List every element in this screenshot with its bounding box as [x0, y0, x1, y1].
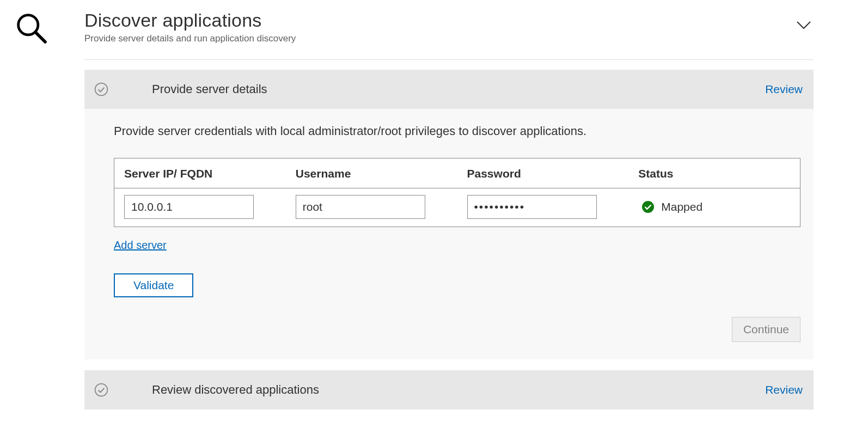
validate-button[interactable]: Validate [114, 273, 193, 297]
divider [84, 59, 814, 60]
password-input[interactable] [467, 195, 597, 219]
section-header-provide: Provide server details Review [84, 70, 814, 109]
table-row: Mapped [114, 188, 800, 227]
svg-line-1 [36, 33, 46, 42]
add-server-link[interactable]: Add server [114, 239, 167, 252]
status-text: Mapped [661, 200, 702, 213]
main-content: Discover applications Provide server det… [84, 10, 868, 410]
success-check-icon [641, 200, 655, 213]
column-header-password: Password [457, 158, 629, 188]
section-body-provide: Provide server credentials with local ad… [84, 109, 814, 359]
review-link-provide[interactable]: Review [765, 83, 803, 96]
svg-point-4 [95, 384, 108, 396]
section-title-provide: Provide server details [152, 82, 765, 96]
server-table: Server IP/ FQDN Username Password Status [114, 158, 800, 227]
search-icon[interactable] [15, 12, 48, 45]
chevron-down-icon[interactable] [794, 15, 814, 35]
server-ip-input[interactable] [124, 195, 254, 219]
svg-point-2 [95, 83, 108, 96]
page-title: Discover applications [84, 10, 296, 31]
instruction-text: Provide server credentials with local ad… [114, 124, 800, 138]
section-header-review: Review discovered applications Review [84, 370, 814, 410]
left-rail [0, 10, 84, 410]
username-input[interactable] [296, 195, 425, 219]
review-link-discovered[interactable]: Review [765, 383, 803, 396]
column-header-ip: Server IP/ FQDN [114, 158, 286, 188]
page-subtitle: Provide server details and run applicati… [84, 33, 296, 44]
section-title-review: Review discovered applications [152, 383, 765, 397]
column-header-status: Status [628, 158, 800, 188]
svg-point-3 [642, 201, 654, 213]
check-circle-icon [94, 383, 108, 397]
check-circle-icon [94, 82, 108, 96]
continue-button[interactable]: Continue [732, 317, 800, 342]
column-header-username: Username [286, 158, 457, 188]
